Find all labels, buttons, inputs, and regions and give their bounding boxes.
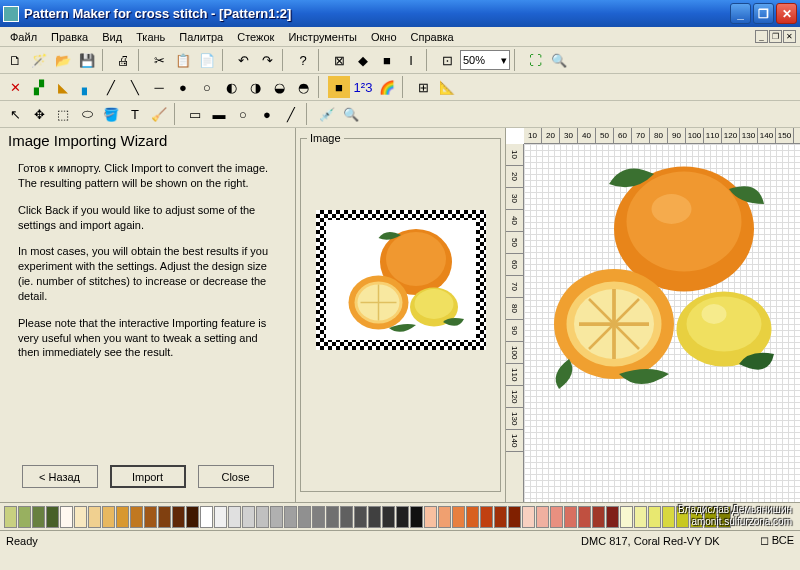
palette-color[interactable] (340, 506, 353, 528)
zoom-combo[interactable]: 50%▾ (460, 50, 510, 70)
import-button[interactable]: Import (110, 465, 186, 488)
menu-fabric[interactable]: Ткань (130, 29, 171, 45)
quarter-stitch-icon[interactable]: ◣ (52, 76, 74, 98)
palette-color[interactable] (522, 506, 535, 528)
palette-color[interactable] (326, 506, 339, 528)
backstitch2-icon[interactable]: ╲ (124, 76, 146, 98)
eyedropper-icon[interactable]: 💉 (316, 103, 338, 125)
palette-color[interactable] (46, 506, 59, 528)
palette-color[interactable] (634, 506, 647, 528)
palette-color[interactable] (270, 506, 283, 528)
palette-color[interactable] (466, 506, 479, 528)
palette-color[interactable] (424, 506, 437, 528)
grid-icon[interactable]: ⊞ (412, 76, 434, 98)
palette-color[interactable] (144, 506, 157, 528)
copy-icon[interactable]: 📋 (172, 49, 194, 71)
wizard-icon[interactable]: 🪄 (28, 49, 50, 71)
palette-color[interactable] (536, 506, 549, 528)
palette-color[interactable] (88, 506, 101, 528)
palette-color[interactable] (256, 506, 269, 528)
back-button[interactable]: < Назад (22, 465, 98, 488)
palette-color[interactable] (354, 506, 367, 528)
special3-icon[interactable]: ◒ (268, 76, 290, 98)
undo-icon[interactable]: ↶ (232, 49, 254, 71)
palette-color[interactable] (452, 506, 465, 528)
palette-color[interactable] (214, 506, 227, 528)
minimize-button[interactable]: _ (730, 3, 751, 24)
palette-color[interactable] (242, 506, 255, 528)
stitch-canvas[interactable] (524, 144, 800, 502)
palette-color[interactable] (298, 506, 311, 528)
special1-icon[interactable]: ◐ (220, 76, 242, 98)
filled-ellipse-icon[interactable]: ● (256, 103, 278, 125)
maximize-button[interactable]: ❐ (753, 3, 774, 24)
line-icon[interactable]: ╱ (280, 103, 302, 125)
select-rect-icon[interactable]: ⬚ (52, 103, 74, 125)
menu-tools[interactable]: Инструменты (282, 29, 363, 45)
palette-color[interactable] (228, 506, 241, 528)
palette-color[interactable] (60, 506, 73, 528)
pointer-icon[interactable]: ↖ (4, 103, 26, 125)
color-cycle-icon[interactable]: 🌈 (376, 76, 398, 98)
cut-icon[interactable]: ✂ (148, 49, 170, 71)
palette-color[interactable] (648, 506, 661, 528)
filled-rect-icon[interactable]: ▬ (208, 103, 230, 125)
half-stitch-icon[interactable]: ▞ (28, 76, 50, 98)
palette-color[interactable] (102, 506, 115, 528)
palette-color[interactable] (508, 506, 521, 528)
save-icon[interactable]: 💾 (76, 49, 98, 71)
zoom-tool-icon[interactable]: 🔍 (340, 103, 362, 125)
menu-edit[interactable]: Правка (45, 29, 94, 45)
print-icon[interactable]: 🖨 (112, 49, 134, 71)
palette-color[interactable] (172, 506, 185, 528)
palette-color[interactable] (592, 506, 605, 528)
fit-window-icon[interactable]: ⛶ (524, 49, 546, 71)
palette-color[interactable] (368, 506, 381, 528)
full-stitch-icon[interactable]: ✕ (4, 76, 26, 98)
palette-color[interactable] (116, 506, 129, 528)
menu-view[interactable]: Вид (96, 29, 128, 45)
mdi-restore-button[interactable]: ❐ (769, 30, 782, 43)
palette-color[interactable] (18, 506, 31, 528)
palette-color[interactable] (578, 506, 591, 528)
special2-icon[interactable]: ◑ (244, 76, 266, 98)
fit-icon[interactable]: ⊡ (436, 49, 458, 71)
palette-color[interactable] (284, 506, 297, 528)
mdi-minimize-button[interactable]: _ (755, 30, 768, 43)
rect-icon[interactable]: ▭ (184, 103, 206, 125)
solid-view-icon[interactable]: ■ (376, 49, 398, 71)
petite-stitch-icon[interactable]: ▖ (76, 76, 98, 98)
select-free-icon[interactable]: ⬭ (76, 103, 98, 125)
palette-color[interactable] (396, 506, 409, 528)
palette-color[interactable] (662, 506, 675, 528)
palette-color[interactable] (606, 506, 619, 528)
palette-color[interactable] (382, 506, 395, 528)
palette-color[interactable] (564, 506, 577, 528)
palette-color[interactable] (186, 506, 199, 528)
info-view-icon[interactable]: I (400, 49, 422, 71)
special4-icon[interactable]: ◓ (292, 76, 314, 98)
move-icon[interactable]: ✥ (28, 103, 50, 125)
palette-color[interactable] (480, 506, 493, 528)
text-icon[interactable]: T (124, 103, 146, 125)
new-icon[interactable]: 🗋 (4, 49, 26, 71)
close-wizard-button[interactable]: Close (198, 465, 274, 488)
palette-color[interactable] (410, 506, 423, 528)
ellipse-icon[interactable]: ○ (232, 103, 254, 125)
color1-icon[interactable]: ■ (328, 76, 350, 98)
num-icon[interactable]: 1²3 (352, 76, 374, 98)
palette-color[interactable] (620, 506, 633, 528)
fill-icon[interactable]: 🪣 (100, 103, 122, 125)
bead-icon[interactable]: ○ (196, 76, 218, 98)
french-knot-icon[interactable]: ● (172, 76, 194, 98)
menu-file[interactable]: Файл (4, 29, 43, 45)
palette-color[interactable] (74, 506, 87, 528)
open-icon[interactable]: 📂 (52, 49, 74, 71)
backstitch-icon[interactable]: ╱ (100, 76, 122, 98)
palette-color[interactable] (4, 506, 17, 528)
menu-stitch[interactable]: Стежок (231, 29, 280, 45)
eraser-icon[interactable]: 🧹 (148, 103, 170, 125)
rulers-icon[interactable]: 📐 (436, 76, 458, 98)
palette-color[interactable] (550, 506, 563, 528)
fit-selection-icon[interactable]: 🔍 (548, 49, 570, 71)
